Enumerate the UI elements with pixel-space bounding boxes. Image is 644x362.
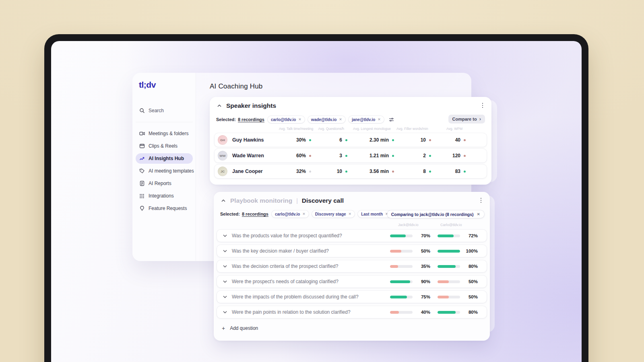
close-icon[interactable]: ✕ [339, 118, 342, 121]
avatar: WW [218, 151, 227, 160]
clapperboard-icon [139, 143, 145, 149]
filter-chip[interactable]: Discovery stage ✕ [312, 210, 355, 218]
playbook-question-row[interactable]: Were the pain points in relation to the … [217, 306, 487, 318]
selected-recordings-link[interactable]: 8 recordings [238, 117, 264, 122]
chip-label: Discovery stage [315, 212, 346, 216]
question-text: Was the products value for the prospect … [232, 233, 342, 239]
score-bar-carlo: 80% [438, 264, 478, 269]
playbook-question-row[interactable]: Was the products value for the prospect … [217, 230, 487, 242]
column-header: Avg. Questions/h [314, 127, 350, 131]
sidebar-item-ai-insights-hub[interactable]: AI Insights Hub [136, 153, 193, 164]
close-icon[interactable]: ✕ [349, 212, 352, 216]
progress-fill [438, 265, 456, 268]
sidebar-item-ai-meeting-templates[interactable]: AI meeting templates [136, 166, 193, 176]
metric-cell: 2 [400, 153, 437, 158]
progress-fill [438, 296, 449, 298]
metric-cell: 83 [437, 169, 471, 174]
metric-value: 2.30 min [369, 137, 389, 143]
metric-cell: 40 [437, 137, 471, 143]
sidebar-item-ai-reports[interactable]: AI Reports [136, 178, 193, 189]
chevron-down-icon[interactable] [222, 263, 228, 269]
title-separator: | [296, 197, 298, 204]
progress-track [390, 250, 413, 253]
chevron-up-icon[interactable] [220, 198, 226, 204]
close-icon[interactable]: ✕ [477, 212, 480, 216]
metric-value: 8 [423, 169, 426, 174]
filter-chip[interactable]: carlo@tldv.io ✕ [272, 210, 309, 218]
chevron-down-icon[interactable] [222, 233, 228, 239]
filter-chip[interactable]: carlo@tldv.io ✕ [268, 116, 305, 123]
score-bar-carlo: 72% [438, 233, 478, 238]
search-input[interactable]: Search [136, 105, 193, 116]
sidebar-item-feature-requests[interactable]: Feature Requests [136, 203, 193, 214]
add-question-button[interactable]: + Add question [217, 322, 487, 334]
close-icon[interactable]: ✕ [378, 118, 381, 121]
question-text: Were the prospect's needs of cataloging … [232, 279, 339, 284]
chevron-down-icon[interactable] [222, 279, 228, 285]
metric-value: 60% [296, 153, 306, 158]
playbook-question-row[interactable]: Were the impacts of the problem discusse… [217, 291, 487, 303]
metric-value: 32% [296, 169, 306, 174]
metric-value: 3.56 min [369, 169, 389, 174]
score-bar-jack: 50% [390, 249, 430, 253]
kebab-menu-icon[interactable] [479, 102, 486, 109]
question-text: Were the pain points in relation to the … [232, 309, 351, 315]
selected-recordings-link[interactable]: 8 recordings [242, 212, 268, 216]
column-header: Avg. Longest monologue [350, 127, 396, 131]
grid-dots-icon [139, 193, 145, 199]
metric-cell: 32% [282, 169, 317, 174]
metric-cell: 1.21 min [353, 153, 400, 158]
trend-chart-icon [139, 156, 145, 162]
table-row[interactable]: JC Jane Cooper 32% 10 3.56 min 8 83 [215, 165, 487, 178]
metric-cell: 2.30 min [353, 137, 400, 143]
percent-value: 75% [417, 294, 430, 299]
sidebar-item-clips-reels[interactable]: Clips & Reels [136, 141, 193, 151]
metric-value: 2 [423, 153, 426, 158]
comparing-to-chip[interactable]: Comparing to jack@tldv.io (8 recordings)… [387, 210, 484, 218]
compare-to-button[interactable]: Compare to › [448, 115, 485, 123]
search-icon [139, 108, 145, 114]
status-dot [345, 155, 347, 157]
close-icon[interactable]: ✕ [298, 118, 301, 121]
status-dot [429, 139, 431, 141]
filter-chip[interactable]: Last month ✕ [358, 210, 391, 218]
report-doc-icon [139, 181, 145, 187]
section-title: Discovery call [302, 197, 344, 204]
chip-label: carlo@tldv.io [275, 212, 300, 216]
playbook-question-row[interactable]: Was the decision criteria of the prospec… [217, 260, 487, 272]
chevron-down-icon[interactable] [222, 309, 228, 315]
chevron-down-icon[interactable] [222, 294, 228, 300]
table-row[interactable]: WW Wade Warren 60% 3 1.21 min 2 120 [215, 149, 487, 162]
column-header: Avg. WPM [433, 127, 468, 131]
chevron-down-icon[interactable] [222, 248, 228, 254]
percent-value: 100% [464, 249, 478, 253]
filter-chip[interactable]: wade@tldv.io ✕ [308, 116, 345, 123]
kebab-menu-icon[interactable] [478, 197, 484, 204]
score-bar-jack: 40% [390, 310, 430, 315]
percent-value: 80% [464, 264, 478, 269]
playbook-question-row[interactable]: Was the key decision maker / buyer clari… [217, 245, 487, 257]
playbook-question-row[interactable]: Were the prospect's needs of cataloging … [217, 276, 487, 288]
sidebar-item-meetings-folders[interactable]: Meetings & folders [136, 128, 193, 139]
progress-fill [390, 311, 399, 314]
metric-value: 1.21 min [369, 153, 389, 158]
sidebar-item-integrations[interactable]: Integrations [136, 191, 193, 201]
chevron-up-icon[interactable] [216, 103, 222, 109]
close-icon[interactable]: ✕ [302, 212, 305, 216]
column-header: Avg. Filler words/min [396, 127, 433, 131]
table-row[interactable]: GH Guy Hawkins 30% 6 2.30 min 10 40 [215, 133, 487, 147]
speaker-name: Wade Warren [232, 153, 264, 158]
progress-fill [390, 280, 410, 283]
filter-icon[interactable] [389, 117, 394, 122]
score-bar-carlo: 100% [438, 249, 478, 253]
percent-value: 50% [464, 294, 478, 299]
chip-label: Last month [361, 212, 383, 216]
progress-track [390, 311, 413, 314]
playbook-column-header: Jack@tldv.io [398, 223, 418, 227]
progress-track [390, 296, 413, 298]
progress-track [390, 234, 413, 237]
status-dot [345, 171, 347, 173]
metric-cell: 10 [400, 137, 437, 143]
filter-chip[interactable]: jane@tldv.io ✕ [349, 116, 384, 123]
add-question-label: Add question [230, 325, 258, 331]
